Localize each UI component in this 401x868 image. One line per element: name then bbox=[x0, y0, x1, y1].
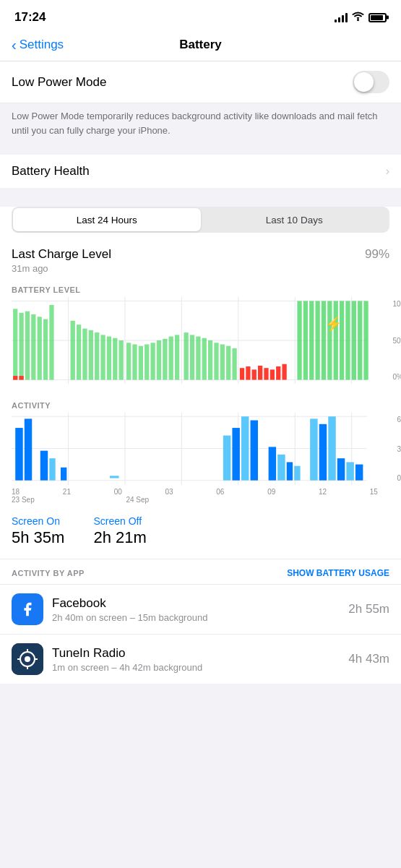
svg-rect-19 bbox=[71, 321, 75, 380]
x-date-23sep: 23 Sep bbox=[12, 496, 35, 504]
svg-rect-48 bbox=[252, 369, 256, 379]
back-chevron-icon: ‹ bbox=[12, 38, 17, 52]
segment-10d[interactable]: Last 10 Days bbox=[201, 208, 389, 231]
svg-rect-38 bbox=[190, 335, 194, 379]
signal-bars-icon bbox=[335, 12, 348, 22]
svg-rect-86 bbox=[269, 447, 276, 480]
section-divider bbox=[0, 147, 401, 155]
svg-rect-91 bbox=[319, 424, 327, 481]
back-label: Settings bbox=[20, 38, 64, 52]
activity-y-0: 0m bbox=[397, 474, 401, 482]
svg-rect-78 bbox=[40, 451, 48, 481]
svg-rect-59 bbox=[327, 301, 332, 379]
svg-rect-88 bbox=[287, 462, 293, 480]
svg-rect-37 bbox=[184, 332, 188, 379]
app-row-facebook[interactable]: Facebook 2h 40m on screen – 15m backgrou… bbox=[0, 584, 401, 634]
charge-info: Last Charge Level 31m ago 99% bbox=[0, 244, 401, 280]
x-date-labels: 23 Sep 24 Sep bbox=[0, 496, 389, 507]
svg-rect-28 bbox=[126, 343, 131, 379]
activity-y-axis: 60m 30m 0m bbox=[397, 413, 401, 485]
y-label-100: 100% bbox=[392, 300, 401, 308]
svg-rect-50 bbox=[264, 368, 268, 379]
svg-rect-40 bbox=[202, 338, 207, 380]
charge-time-ago: 31m ago bbox=[12, 263, 111, 274]
svg-rect-14 bbox=[38, 317, 42, 379]
svg-rect-53 bbox=[282, 364, 286, 380]
status-icons bbox=[335, 12, 387, 23]
svg-rect-49 bbox=[258, 366, 262, 380]
svg-rect-25 bbox=[107, 337, 111, 380]
svg-rect-93 bbox=[337, 458, 345, 481]
svg-rect-47 bbox=[246, 366, 250, 380]
svg-rect-43 bbox=[220, 344, 225, 379]
svg-rect-27 bbox=[119, 340, 124, 380]
app-time-facebook: 2h 55m bbox=[348, 602, 389, 616]
app-name-tunein: TuneIn Radio bbox=[52, 646, 348, 661]
status-time: 17:24 bbox=[14, 10, 46, 25]
svg-rect-15 bbox=[43, 319, 48, 380]
y-label-0: 0% bbox=[392, 373, 401, 381]
x-label-03: 03 bbox=[165, 488, 173, 496]
svg-point-98 bbox=[25, 656, 30, 662]
screen-on-stat: Screen On 5h 35m bbox=[12, 515, 64, 547]
low-power-mode-section: Low Power Mode bbox=[0, 61, 401, 103]
screen-on-value: 5h 35m bbox=[12, 528, 64, 547]
svg-rect-58 bbox=[322, 301, 326, 379]
activity-by-app-label: ACTIVITY BY APP bbox=[12, 569, 85, 577]
app-time-tunein: 4h 43m bbox=[348, 652, 389, 666]
svg-rect-56 bbox=[309, 301, 314, 379]
svg-rect-77 bbox=[25, 418, 32, 480]
show-battery-usage-button[interactable]: SHOW BATTERY USAGE bbox=[287, 568, 389, 578]
svg-rect-62 bbox=[345, 301, 350, 379]
time-range-segmented-control[interactable]: Last 24 Hours Last 10 Days bbox=[12, 207, 389, 233]
x-label-09: 09 bbox=[267, 488, 275, 496]
x-label-15: 15 bbox=[370, 488, 378, 496]
svg-rect-35 bbox=[169, 337, 173, 380]
section-divider-2 bbox=[0, 188, 401, 195]
svg-rect-54 bbox=[297, 301, 301, 379]
app-info-facebook: Facebook 2h 40m on screen – 15m backgrou… bbox=[52, 596, 348, 623]
charge-title: Last Charge Level bbox=[12, 247, 111, 262]
svg-rect-79 bbox=[49, 458, 55, 481]
svg-rect-33 bbox=[157, 340, 161, 380]
battery-chart-section: Last 24 Hours Last 10 Days Last Charge L… bbox=[0, 207, 401, 684]
battery-y-axis: 100% 50% 0% bbox=[392, 297, 401, 384]
low-power-mode-toggle[interactable] bbox=[353, 71, 389, 93]
svg-rect-17 bbox=[13, 376, 17, 379]
app-icon-tunein bbox=[12, 643, 43, 675]
svg-rect-89 bbox=[294, 466, 300, 481]
svg-rect-95 bbox=[355, 465, 363, 481]
svg-rect-65 bbox=[363, 301, 368, 379]
svg-rect-20 bbox=[77, 325, 81, 379]
x-label-06: 06 bbox=[216, 488, 224, 496]
screen-off-label[interactable]: Screen Off bbox=[93, 515, 146, 527]
battery-health-row[interactable]: Battery Health › bbox=[0, 155, 401, 188]
svg-rect-61 bbox=[340, 301, 344, 379]
battery-level-chart: ⚡ 100% 50% 0% bbox=[12, 297, 389, 384]
app-name-facebook: Facebook bbox=[52, 596, 348, 611]
svg-rect-81 bbox=[110, 476, 119, 478]
svg-rect-82 bbox=[223, 436, 230, 481]
svg-rect-22 bbox=[89, 330, 93, 380]
battery-status-icon bbox=[368, 13, 387, 22]
screen-off-stat: Screen Off 2h 21m bbox=[93, 515, 146, 547]
battery-health-label: Battery Health bbox=[12, 164, 90, 179]
app-row-tunein[interactable]: TuneIn Radio 1m on screen – 4h 42m backg… bbox=[0, 634, 401, 684]
svg-rect-45 bbox=[232, 348, 236, 380]
activity-chart-svg bbox=[12, 413, 389, 485]
screen-on-label[interactable]: Screen On bbox=[12, 515, 64, 527]
svg-rect-10 bbox=[13, 309, 17, 379]
segment-24h[interactable]: Last 24 Hours bbox=[13, 208, 201, 231]
svg-rect-11 bbox=[19, 313, 23, 380]
low-power-mode-row: Low Power Mode bbox=[0, 61, 401, 103]
activity-by-app-header: ACTIVITY BY APP SHOW BATTERY USAGE bbox=[0, 559, 401, 584]
activity-y-60: 60m bbox=[397, 416, 401, 424]
x-label-21: 21 bbox=[63, 488, 71, 496]
charge-percent: 99% bbox=[365, 247, 389, 262]
back-button[interactable]: ‹ Settings bbox=[12, 38, 64, 52]
nav-bar: ‹ Settings Battery bbox=[0, 32, 401, 61]
svg-rect-85 bbox=[251, 421, 258, 481]
activity-chart-label: ACTIVITY bbox=[0, 395, 401, 413]
x-label-18: 18 bbox=[12, 488, 20, 496]
svg-rect-39 bbox=[196, 337, 200, 380]
